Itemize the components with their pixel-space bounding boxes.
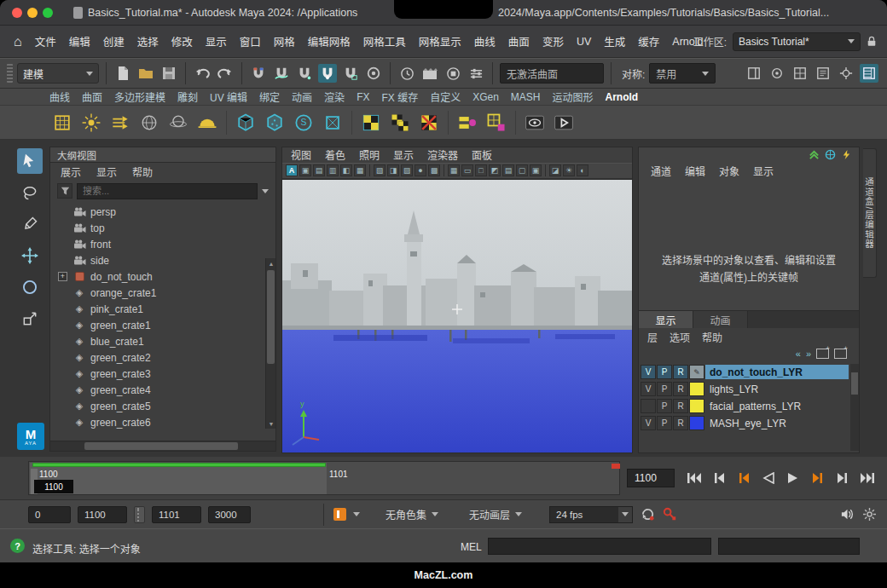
point-light-icon[interactable]	[78, 110, 104, 135]
channel-menu-edit[interactable]: 编辑	[685, 164, 705, 178]
auto-keyframe-icon[interactable]	[662, 507, 677, 522]
render-sequence-icon[interactable]	[551, 110, 577, 135]
modeling-toolkit-icon[interactable]	[745, 64, 763, 83]
tab-sculpting[interactable]: 雕刻	[177, 89, 198, 104]
layer-visible-toggle[interactable]: V	[641, 382, 656, 396]
redo-button[interactable]	[216, 64, 235, 83]
menu-edit-mesh[interactable]: 编辑网格	[308, 33, 351, 49]
layer-color-swatch[interactable]	[689, 365, 704, 379]
globe-icon[interactable]	[825, 149, 836, 160]
workspace-selector[interactable]: Basics Tutorial*	[733, 32, 861, 51]
menu-deform[interactable]: 变形	[542, 33, 564, 49]
rotate-tool[interactable]	[17, 274, 43, 300]
outliner-item-side[interactable]: side	[50, 252, 275, 268]
tab-rigging[interactable]: 绑定	[259, 89, 280, 104]
safe-title-icon[interactable]: ▣	[530, 164, 542, 176]
go-to-end-button[interactable]	[856, 468, 878, 487]
menu-uv[interactable]: UV	[577, 36, 591, 48]
tool-settings-icon[interactable]	[837, 64, 855, 83]
hierarchy-arrows-icon[interactable]	[809, 149, 820, 160]
menu-edit[interactable]: 编辑	[69, 33, 90, 49]
snap-to-grids-icon[interactable]	[249, 64, 268, 83]
outliner-item-front[interactable]: front	[50, 236, 275, 252]
outliner-vertical-scrollbar[interactable]: ▲ ▼	[265, 258, 275, 429]
outliner-item-orange-crate1[interactable]: ◈orange_crate1	[50, 285, 275, 301]
viewport-canvas[interactable]: y	[282, 179, 632, 453]
channel-menu-show[interactable]: 显示	[753, 164, 774, 178]
layer-reference-toggle[interactable]: R	[673, 365, 688, 379]
tab-surfaces[interactable]: 曲面	[82, 89, 102, 104]
chevron-down-icon[interactable]	[353, 512, 360, 516]
tab-motion-graphics[interactable]: 运动图形	[553, 89, 594, 104]
bookmark-flag-icon[interactable]	[333, 508, 346, 521]
tab-poly-modeling[interactable]: 多边形建模	[114, 89, 165, 104]
outliner-item-green-crate2[interactable]: ◈green_crate2	[50, 349, 275, 366]
camera-attributes-icon[interactable]: ▥	[327, 164, 339, 176]
layer-name[interactable]: MASH_eye_LYR	[705, 416, 849, 430]
home-icon[interactable]: ⌂	[14, 34, 22, 49]
timeline-track[interactable]: 1100 1101 1100	[28, 461, 620, 495]
outliner-item-green-crate3[interactable]: ◈green_crate3	[50, 366, 275, 382]
menu-mesh-tools[interactable]: 网格工具	[363, 33, 406, 49]
outliner-item-blue-crate1[interactable]: ◈blue_crate1	[50, 333, 275, 349]
menu-modify[interactable]: 修改	[171, 33, 193, 49]
zoom-button[interactable]	[43, 8, 53, 18]
grid-icon[interactable]: ▦	[448, 164, 460, 176]
flat-cube-icon[interactable]	[320, 110, 345, 135]
layer-reference-toggle[interactable]: R	[673, 382, 688, 396]
viewport-menu-panels[interactable]: 面板	[472, 147, 492, 162]
outliner-item-green-crate1[interactable]: ◈green_crate1	[50, 317, 275, 333]
layer-row-mash-eye[interactable]: V P R MASH_eye_LYR	[641, 415, 849, 431]
tab-mash[interactable]: MASH	[511, 91, 541, 103]
outliner-horizontal-scrollbar[interactable]	[50, 441, 275, 451]
menu-create[interactable]: 创建	[103, 33, 125, 49]
xray-icon[interactable]: ◨	[387, 164, 399, 176]
snap-to-projected-center-icon[interactable]	[318, 64, 337, 83]
viewport-menu-shading[interactable]: 着色	[325, 147, 345, 162]
live-surface-field[interactable]: 无激活曲面	[500, 63, 604, 84]
viewport-menu-view[interactable]: 视图	[291, 147, 311, 162]
outliner-item-green-crate6[interactable]: ◈green_crate6	[50, 414, 275, 430]
menu-select[interactable]: 选择	[137, 33, 159, 49]
gate-mask-icon[interactable]: ◩	[489, 164, 501, 176]
tab-anim-layers[interactable]: 动画	[693, 311, 748, 328]
scrollbar-thumb[interactable]	[267, 270, 275, 364]
layer-row-lights[interactable]: V P R lights_LYR	[641, 381, 849, 397]
lighting-icon[interactable]: ☀	[563, 164, 575, 176]
viewport-menu-show[interactable]: 显示	[393, 147, 414, 162]
close-button[interactable]	[12, 8, 22, 18]
outliner-item-green-crate5[interactable]: ◈green_crate5	[50, 398, 275, 414]
animation-start-field[interactable]: 0	[28, 506, 71, 523]
paint-select-tool[interactable]	[17, 211, 43, 237]
checker-pair-icon[interactable]	[387, 110, 413, 135]
drag-grip[interactable]	[7, 64, 13, 83]
menu-mesh-display[interactable]: 网格显示	[419, 33, 461, 49]
layer-playback-toggle[interactable]: P	[657, 416, 672, 430]
shadows-icon[interactable]: ◐	[577, 164, 588, 176]
volume-icon[interactable]	[262, 110, 287, 135]
play-forwards-button[interactable]	[782, 468, 804, 487]
menu-set-selector[interactable]: 建模	[17, 63, 99, 84]
tab-rendering[interactable]: 渲染	[324, 89, 345, 104]
menu-cache[interactable]: 缓存	[638, 33, 659, 49]
layer-row-facial-patterns[interactable]: P R facial_patterns_LYR	[641, 398, 849, 414]
titlebar[interactable]: Basics_Tutorial.ma* - Autodesk Maya 2024…	[0, 0, 887, 26]
default-material-icon[interactable]: ●	[415, 164, 426, 176]
safe-action-icon[interactable]: ▢	[516, 164, 528, 176]
anim-layer-selector[interactable]: 无动画层	[469, 507, 522, 522]
layer-visible-toggle[interactable]	[641, 399, 656, 413]
channel-box-icon[interactable]	[860, 64, 878, 83]
uv-editor-icon[interactable]	[791, 64, 809, 83]
save-scene-button[interactable]	[159, 64, 178, 83]
layer-color-swatch[interactable]	[689, 382, 704, 396]
scrollbar-thumb[interactable]	[851, 372, 858, 395]
collapse-layers-icon[interactable]: «	[796, 349, 801, 359]
field-chart-icon[interactable]: ▤	[502, 164, 514, 176]
step-back-frame-button[interactable]	[708, 468, 730, 487]
tab-animation[interactable]: 动画	[292, 89, 312, 104]
lock-camera-icon[interactable]: ▤	[313, 164, 325, 176]
tab-custom[interactable]: 自定义	[430, 89, 461, 104]
character-set-selector[interactable]: 无角色集	[386, 507, 438, 522]
current-time-field[interactable]: 1100	[627, 469, 675, 487]
channel-menu-channels[interactable]: 通道	[651, 164, 671, 178]
